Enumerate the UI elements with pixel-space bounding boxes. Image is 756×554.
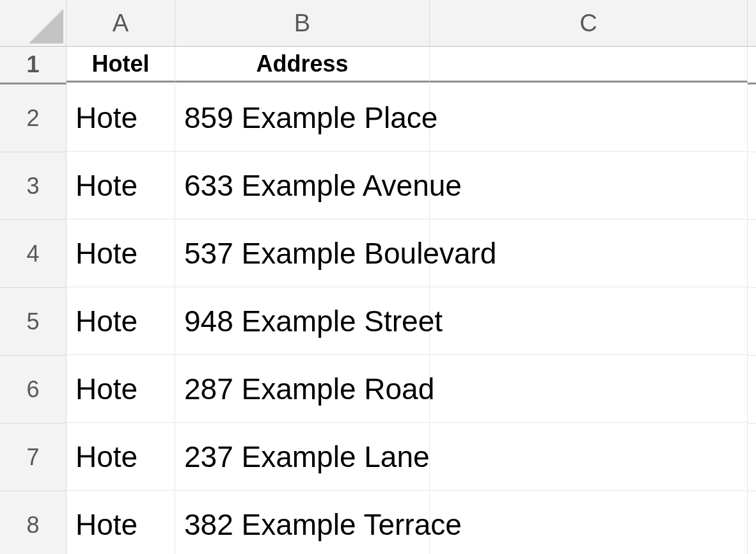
column-header-A[interactable]: A: [67, 0, 175, 47]
cell-B4[interactable]: 537 Example Boulevard: [175, 220, 430, 287]
row-header-8[interactable]: 8: [0, 491, 67, 554]
cell-C2[interactable]: [430, 84, 748, 152]
cell-B6[interactable]: 287 Example Road: [175, 356, 430, 423]
svg-marker-0: [29, 9, 63, 44]
row-header-3[interactable]: 3: [0, 152, 67, 220]
cell-B5[interactable]: 948 Example Street: [175, 288, 430, 355]
column-header-tail: [748, 0, 756, 47]
cell-C1[interactable]: [430, 47, 748, 83]
row-header-1[interactable]: 1: [0, 47, 67, 84]
row-header-2[interactable]: 2: [0, 84, 67, 152]
tail-2: [748, 84, 756, 152]
select-all-triangle-icon: [26, 6, 63, 44]
select-all-corner[interactable]: [0, 0, 67, 47]
cell-C8[interactable]: [430, 491, 748, 554]
cell-B1[interactable]: Address: [175, 47, 430, 83]
cell-A8[interactable]: Hote: [67, 491, 175, 554]
tail-5: [748, 288, 756, 356]
cell-A3[interactable]: Hote: [67, 152, 175, 219]
tail-3: [748, 152, 756, 220]
cell-C5[interactable]: [430, 288, 748, 355]
column-header-B[interactable]: B: [175, 0, 430, 47]
cell-C6[interactable]: [430, 356, 748, 423]
row-header-6[interactable]: 6: [0, 356, 67, 423]
spreadsheet-grid[interactable]: A B C 1 Hotel Address 2 Hote 859 Example…: [0, 0, 756, 554]
cell-A2[interactable]: Hote: [67, 84, 175, 152]
cell-A6[interactable]: Hote: [67, 356, 175, 423]
cell-C7[interactable]: [430, 423, 748, 491]
cell-B7[interactable]: 237 Example Lane: [175, 423, 430, 491]
cell-C4[interactable]: [430, 220, 748, 287]
cell-A7[interactable]: Hote: [67, 423, 175, 491]
tail-8: [748, 491, 756, 554]
cell-A4[interactable]: Hote: [67, 220, 175, 287]
cell-B2[interactable]: 859 Example Place: [175, 84, 430, 152]
column-header-C[interactable]: C: [430, 0, 748, 47]
cell-A1[interactable]: Hotel: [67, 47, 175, 83]
tail-4: [748, 220, 756, 288]
cell-A5[interactable]: Hote: [67, 288, 175, 355]
row-header-7[interactable]: 7: [0, 423, 67, 491]
cell-B3[interactable]: 633 Example Avenue: [175, 152, 430, 219]
tail-7: [748, 423, 756, 491]
row-header-5[interactable]: 5: [0, 288, 67, 356]
row-header-4[interactable]: 4: [0, 220, 67, 288]
tail-6: [748, 356, 756, 423]
tail-1: [748, 47, 756, 84]
cell-B8[interactable]: 382 Example Terrace: [175, 491, 430, 554]
cell-C3[interactable]: [430, 152, 748, 219]
